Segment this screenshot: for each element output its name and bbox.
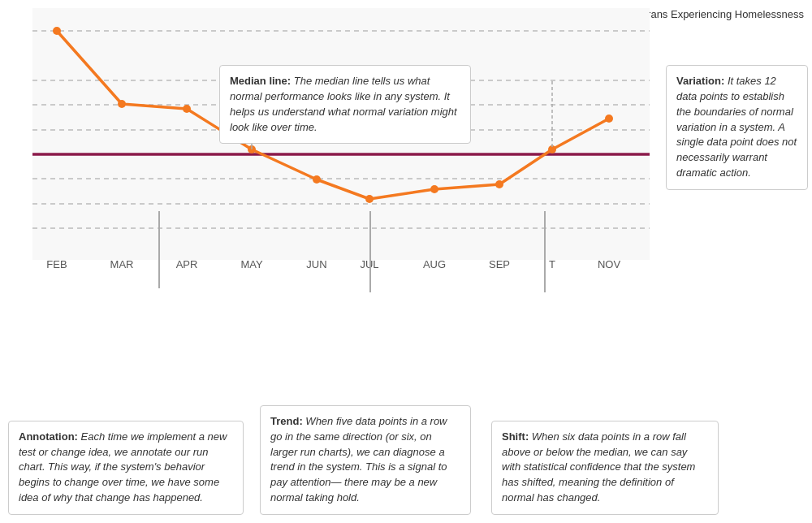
svg-text:JUN: JUN [306, 258, 326, 270]
svg-text:NOV: NOV [598, 258, 621, 270]
median-line-text: Median line: The median line tells us wh… [230, 74, 460, 135]
svg-point-18 [605, 115, 613, 123]
trend-annotation: Trend: When five data points in a row go… [260, 405, 471, 515]
trend-body: When five data points in a row go in the… [270, 415, 447, 504]
shift-annotation: Shift: When six data points in a row fal… [491, 421, 719, 515]
shift-text: Shift: When six data points in a row fal… [502, 430, 708, 506]
svg-point-13 [313, 175, 321, 184]
median-line-annotation: Median line: The median line tells us wh… [219, 65, 471, 144]
variation-annotation: Variation: It takes 12 data points to es… [666, 65, 808, 190]
connector-trend [369, 211, 371, 292]
trend-text: Trend: When five data points in a row go… [270, 414, 460, 506]
svg-point-9 [53, 27, 61, 35]
svg-point-16 [495, 180, 503, 188]
annotation-annotation: Annotation: Each time we implement a new… [8, 421, 244, 515]
shift-body: When six data points in a row fall above… [502, 430, 695, 504]
svg-point-11 [183, 105, 191, 113]
svg-point-15 [430, 185, 438, 193]
svg-text:AUG: AUG [423, 258, 446, 270]
main-container: # of Veterans Experiencing Homelessness … [0, 0, 812, 523]
connector-shift [544, 211, 546, 292]
svg-text:SEP: SEP [489, 258, 510, 270]
svg-text:MAY: MAY [240, 258, 263, 270]
run-chart: 350 250 150 FEB MAR APR MAY JUN JUL AUG … [32, 8, 650, 284]
variation-text: Variation: It takes 12 data points to es… [676, 74, 797, 181]
svg-text:MAR: MAR [110, 258, 134, 270]
annotation-text: Annotation: Each time we implement a new… [19, 430, 233, 506]
svg-text:FEB: FEB [46, 258, 67, 270]
variation-body: It takes 12 data points to establish the… [676, 75, 797, 179]
svg-text:APR: APR [176, 258, 198, 270]
svg-point-10 [118, 100, 126, 108]
connector-annotation [158, 211, 160, 288]
svg-text:T: T [549, 258, 555, 270]
svg-point-14 [365, 195, 374, 203]
